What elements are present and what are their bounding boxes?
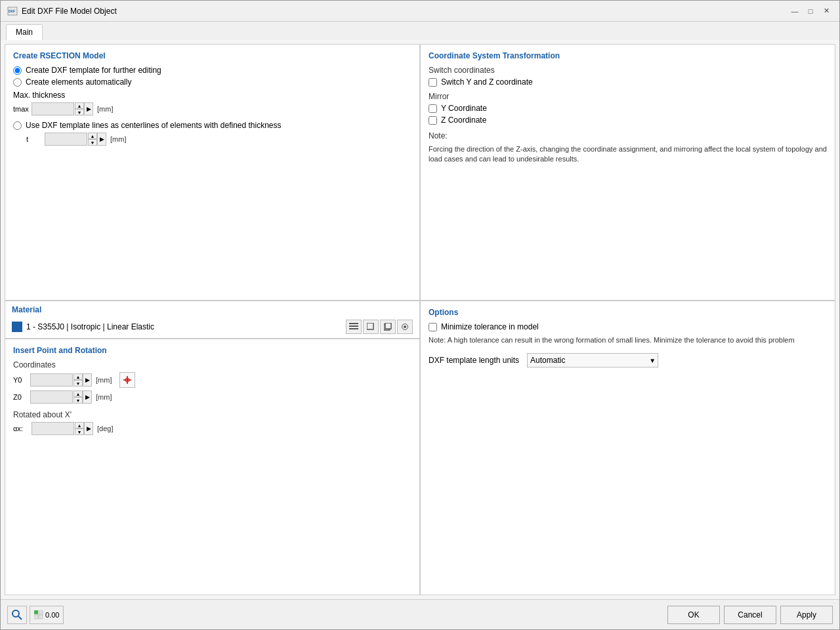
tab-bar: Main (1, 22, 839, 40)
y0-label: Y0 (13, 376, 28, 384)
tmax-spinner-btns: ▲ ▼ (75, 102, 84, 116)
material-list-btn[interactable] (346, 320, 362, 334)
centerline-input[interactable] (13, 121, 22, 130)
minimize-button[interactable]: — (788, 5, 801, 17)
radio-template-input[interactable] (13, 66, 22, 75)
mirror-label: Mirror (429, 92, 827, 101)
dxf-length-label: DXF template length units (429, 356, 519, 365)
insert-point-panel: Insert Point and Rotation Coordinates Y0… (5, 339, 420, 595)
minimize-tolerance-checkbox[interactable]: Minimize tolerance in model (429, 322, 827, 331)
y0-arrow[interactable]: ▶ (83, 373, 92, 387)
z0-spinner: 0.0 ▲ ▼ ▶ (30, 390, 92, 404)
z-coord-checkbox[interactable]: Z Coordinate (429, 116, 827, 125)
tmax-arrow[interactable]: ▶ (84, 102, 93, 116)
maximize-button[interactable]: □ (804, 5, 817, 17)
y0-up[interactable]: ▲ (74, 373, 83, 380)
bottom-right-buttons: OK Cancel Apply (667, 606, 833, 624)
y0-spinner-btns: ▲ ▼ (74, 373, 83, 387)
t-down[interactable]: ▼ (88, 139, 97, 146)
grid-bottom-btn[interactable]: 0.00 (30, 606, 64, 624)
search-bottom-btn[interactable] (7, 606, 27, 624)
coord-crosshair-btn[interactable] (119, 372, 135, 388)
crosshair-icon (122, 375, 133, 385)
material-settings-btn[interactable] (397, 320, 413, 334)
coordinates-label: Coordinates (13, 360, 411, 369)
y0-spinner: 0.0 ▲ ▼ ▶ (30, 373, 92, 387)
minimize-note: Note: A high tolerance can result in the… (429, 335, 827, 345)
tmax-up[interactable]: ▲ (75, 102, 84, 109)
y0-input[interactable]: 0.0 (30, 373, 73, 387)
y-coord-checkbox[interactable]: Y Coordinate (429, 104, 827, 113)
t-arrow[interactable]: ▶ (97, 133, 106, 146)
content-area: Create RSECTION Model Create DXF templat… (1, 40, 839, 599)
copy-icon (384, 323, 392, 331)
create-rsection-panel: Create RSECTION Model Create DXF templat… (5, 44, 420, 301)
alpha-arrow[interactable]: ▶ (84, 422, 93, 435)
material-buttons (346, 320, 413, 334)
svg-rect-18 (39, 615, 43, 619)
options-title: Options (429, 308, 827, 317)
alpha-up[interactable]: ▲ (75, 422, 84, 429)
radio-auto-input[interactable] (13, 78, 22, 87)
svg-rect-5 (367, 323, 373, 329)
ok-button[interactable]: OK (667, 606, 720, 624)
t-up[interactable]: ▲ (88, 133, 97, 139)
svg-rect-17 (34, 615, 38, 619)
material-title: Material (12, 305, 413, 314)
search-icon (11, 609, 23, 621)
t-input[interactable]: 10.0 (45, 133, 87, 146)
z-coord-input[interactable] (429, 116, 437, 125)
z0-down[interactable]: ▼ (74, 397, 83, 404)
z0-arrow[interactable]: ▶ (83, 390, 92, 404)
grid-icon (34, 610, 43, 620)
y0-down[interactable]: ▼ (74, 380, 83, 387)
switch-yz-input[interactable] (429, 78, 437, 87)
view-icon (367, 323, 375, 331)
dxf-length-select[interactable]: Automatic mm cm m inch (527, 353, 658, 368)
alpha-unit: [deg] (97, 425, 113, 432)
alpha-down[interactable]: ▼ (75, 429, 84, 435)
t-row: t 10.0 ▲ ▼ ▶ [mm] (13, 133, 411, 146)
close-button[interactable]: ✕ (820, 5, 833, 17)
tmax-input[interactable]: 20.0 (32, 102, 74, 116)
minimize-tolerance-input[interactable] (429, 323, 437, 331)
y-coord-input[interactable] (429, 104, 437, 113)
dxf-length-dropdown-wrapper: Automatic mm cm m inch ▼ (527, 353, 658, 368)
material-copy-btn[interactable] (380, 320, 396, 334)
apply-button[interactable]: Apply (780, 606, 833, 624)
svg-point-13 (12, 610, 19, 617)
radio-template[interactable]: Create DXF template for further editing (13, 66, 411, 75)
svg-rect-7 (385, 323, 391, 329)
svg-point-8 (404, 326, 406, 328)
svg-rect-15 (34, 610, 38, 614)
dxf-icon: DXF (7, 6, 18, 16)
coordinate-transform-panel: Coordinate System Transformation Switch … (420, 44, 835, 301)
coord-transform-title: Coordinate System Transformation (429, 51, 827, 60)
tab-main[interactable]: Main (6, 24, 43, 40)
radio-auto[interactable]: Create elements automatically (13, 77, 411, 87)
grid-value: 0.00 (45, 611, 59, 619)
z0-up[interactable]: ▲ (74, 390, 83, 397)
window-title: Edit DXF File Model Object (22, 7, 117, 16)
cancel-button[interactable]: Cancel (724, 606, 776, 624)
dxf-length-row: DXF template length units Automatic mm c… (429, 353, 827, 368)
svg-text:DXF: DXF (9, 9, 15, 13)
material-panel: Material 1 - S355J0 | Isotropic | Linear… (5, 301, 420, 339)
z0-row: Z0 0.0 ▲ ▼ ▶ [mm] (13, 390, 411, 404)
options-panel: Options Minimize tolerance in model Note… (420, 301, 835, 595)
title-bar-left: DXF Edit DXF File Model Object (7, 6, 117, 16)
t-spinner-btns: ▲ ▼ (88, 133, 97, 146)
centerline-option[interactable]: Use DXF template lines as centerlines of… (13, 121, 411, 130)
alpha-input[interactable]: 0.00 (32, 422, 74, 435)
svg-rect-3 (349, 326, 358, 327)
t-unit: [mm] (110, 135, 126, 143)
svg-rect-4 (349, 328, 358, 329)
max-thickness-label: Max. thickness (13, 91, 411, 100)
create-rsection-title: Create RSECTION Model (13, 51, 411, 60)
tmax-down[interactable]: ▼ (75, 109, 84, 116)
tmax-unit: [mm] (97, 105, 113, 113)
switch-yz-checkbox[interactable]: Switch Y and Z coordinate (429, 77, 827, 87)
z0-input[interactable]: 0.0 (30, 390, 73, 404)
t-label: t (26, 135, 42, 143)
material-view-btn[interactable] (363, 320, 379, 334)
